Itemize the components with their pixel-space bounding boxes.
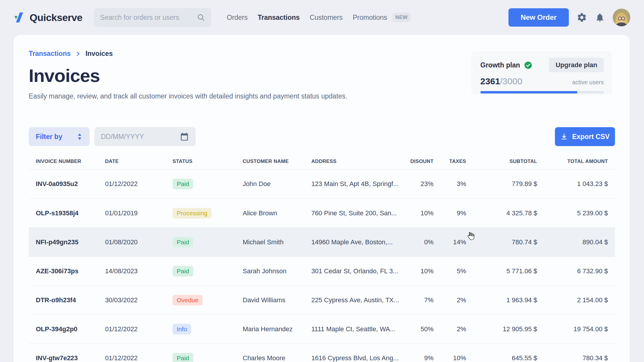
search-box[interactable] [94,8,211,27]
col-date: DATE [99,159,167,164]
table-header-row: INVOICE NUMBER DATE STATUS CUSTOMER NAME… [29,154,615,169]
bell-icon [595,12,605,22]
nav-orders[interactable]: Orders [227,14,247,22]
cell-date: 14/08/2023 [99,267,167,275]
col-discount: DISOUNT [404,159,434,164]
export-csv-button[interactable]: Export CSV [555,127,615,146]
cell-discount: 10% [404,267,434,275]
plan-user-limit: /3000 [500,76,522,86]
cell-discount: 50% [404,325,434,333]
settings-button[interactable] [577,12,587,23]
chevron-right-icon [75,51,81,56]
cell-subtotal: 5 771.06 $ [466,267,537,275]
cell-date: 30/03/2022 [99,296,167,304]
plan-progress-fill [480,91,577,93]
cell-discount: 23% [404,180,434,188]
cell-discount: 10% [404,209,434,217]
col-address: ADDRESS [305,159,404,164]
cell-customer-name: Michael Smith [237,238,305,246]
cell-invoice-number: AZE-306i73ps [29,267,99,275]
main-nav: Orders Transactions Customers Promotions… [227,13,410,22]
col-status: STATUS [167,159,237,164]
status-badge: Processing [173,208,212,219]
cell-subtotal: 4 325.78 $ [466,209,537,217]
cell-invoice-number: INV-gtw7e223 [29,354,99,362]
cell-total-amount: 19 754.00 $ [537,325,615,333]
cell-total-amount: 1 043.23 $ [537,180,615,188]
status-badge: Info [173,324,191,334]
cell-customer-name: David Williams [237,296,305,304]
cell-total-amount: 780.34 $ [537,354,615,362]
table-row[interactable]: AZE-306i73ps 14/08/2023 Paid Sarah Johns… [29,256,615,285]
nav-customers[interactable]: Customers [310,14,343,22]
status-badge: Paid [173,353,193,362]
check-circle-icon [524,61,532,69]
sort-arrows-icon [77,133,83,140]
invoices-card: Transactions Invoices Invoices Easily ma… [14,35,630,362]
cell-address: 760 Pine St, Suite 200, San... [305,209,404,217]
user-avatar[interactable] [613,9,630,26]
cell-taxes: 5% [434,267,466,275]
cell-address: 123 Main St, Apt 4B, Springf... [305,180,404,188]
new-badge: NEW [392,13,410,22]
plan-progress-track [480,91,604,93]
cell-invoice-number: OLP-s19358j4 [29,209,99,217]
table-body: INV-0a0935u2 01/12/2022 Paid John Doe 12… [29,169,615,362]
date-input[interactable] [101,133,180,141]
topbar: Quickserve Orders Transactions Customers… [0,0,644,35]
plan-active-users-count: 2361 [480,76,500,86]
table-row[interactable]: DTR-o9h23f4 30/03/2022 Ovedue David Will… [29,285,615,314]
cell-discount: 0% [404,238,434,246]
plan-caption: active users [572,79,604,86]
search-icon [197,13,205,22]
cell-invoice-number: INV-0a0935u2 [29,180,99,188]
nav-transactions[interactable]: Transactions [258,14,300,22]
cell-invoice-number: OLP-394g2p0 [29,325,99,333]
cell-taxes: 3% [434,180,466,188]
table-row[interactable]: INV-0a0935u2 01/12/2022 Paid John Doe 12… [29,169,615,198]
breadcrumb-current: Invoices [86,50,113,58]
col-total-amount: TOTAL AMOUNT [537,159,615,164]
plan-panel: Growth plan Upgrade plan 2361 /3000 acti… [471,51,612,95]
table-row[interactable]: NFI-p49gn235 01/08/2020 Paid Michael Smi… [29,227,615,256]
status-badge: Ovedue [173,295,203,306]
cell-total-amount: 2 154.00 $ [537,296,615,304]
cell-address: 14960 Maple Ave, Boston,... [305,238,404,246]
cell-subtotal: 1 963.94 $ [466,296,537,304]
cell-address: 1616 Cypress Blvd, Los Ang... [305,354,404,362]
cell-date: 01/12/2022 [99,354,167,362]
notifications-button[interactable] [595,12,605,22]
topbar-actions: New Order [508,8,630,27]
cell-total-amount: 890.04 $ [537,238,615,246]
cell-discount: 9% [404,354,434,362]
filter-by-button[interactable]: Filter by [29,127,90,146]
brand-name: Quickserve [30,12,82,23]
breadcrumb: Transactions Invoices [29,50,113,58]
new-order-button[interactable]: New Order [508,8,569,27]
breadcrumb-transactions-link[interactable]: Transactions [29,50,71,58]
table-row[interactable]: OLP-s19358j4 01/01/2019 Processing Alice… [29,198,615,227]
quickserve-logo-icon [14,12,25,23]
cell-invoice-number: DTR-o9h23f4 [29,296,99,304]
date-filter-field[interactable] [94,127,196,146]
table-row[interactable]: INV-gtw7e223 01/12/2022 Paid Charles Moo… [29,343,615,362]
status-badge: Paid [173,266,193,277]
upgrade-plan-button[interactable]: Upgrade plan [549,58,604,72]
col-invoice-number: INVOICE NUMBER [29,159,99,164]
cell-subtotal: 12 905.95 $ [466,325,537,333]
page-title: Invoices [29,65,100,86]
cell-address: 1111 Maple Ct, Seattle, WA... [305,325,404,333]
nav-promotions[interactable]: Promotions [353,14,387,22]
search-input[interactable] [100,14,197,22]
col-customer-name: CUSTOMER NAME [237,159,305,164]
status-badge: Paid [173,179,193,189]
cell-taxes: 2% [434,296,466,304]
invoices-table: INVOICE NUMBER DATE STATUS CUSTOMER NAME… [29,154,615,362]
brand-logo[interactable]: Quickserve [14,12,82,23]
cell-subtotal: 780.74 $ [466,238,537,246]
table-row[interactable]: OLP-394g2p0 01/12/2022 Info Maria Hernan… [29,314,615,343]
calendar-icon [180,132,189,141]
cell-customer-name: Maria Hernandez [237,325,305,333]
cell-subtotal: 645.55 $ [466,354,537,362]
cell-total-amount: 6 732.90 $ [537,267,615,275]
